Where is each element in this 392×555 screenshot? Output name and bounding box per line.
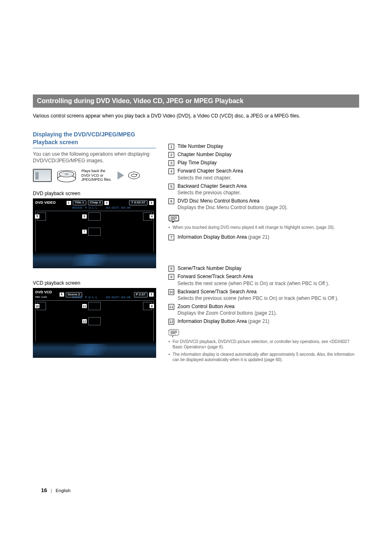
definition-item: 10Backward Scene/Track Search AreaSelect…	[168, 288, 359, 302]
dvd-definitions-tail: 7Information Display Button Area (page 2…	[168, 234, 359, 240]
definition-body: Play Time Display	[178, 159, 359, 166]
definition-number-box: 2	[168, 152, 174, 158]
vcd-definitions-list: 8Scene/Track Number Display9Forward Scen…	[168, 265, 359, 325]
definition-number-box: 10	[168, 289, 174, 295]
panel-description: You can use the following operations whe…	[33, 151, 156, 164]
callout-6: 6	[82, 214, 87, 219]
definition-body: Scene/Track Number Display	[178, 265, 359, 272]
note-icon-dashed	[168, 329, 179, 337]
vcd-playback-screen: DVD VCD PBC 1ch0 8 Scene 2 P 2:37 3 MODE…	[33, 288, 156, 358]
definition-number-box: 8	[168, 266, 174, 272]
definition-body: DVD Disc Menu Control Buttons AreaDispla…	[178, 198, 359, 211]
definition-item: 1Title Number Display	[168, 143, 359, 150]
definition-title: Information Display Button Area	[178, 318, 247, 324]
dvd-info-area[interactable]	[88, 228, 101, 236]
definition-title: Scene/Track Number Display	[178, 265, 242, 271]
callout-5: 5	[35, 214, 39, 219]
definition-title: DVD Disc Menu Control Buttons Area	[178, 198, 259, 204]
definition-subtext: Displays the Zoom Control buttons (page …	[178, 310, 277, 316]
dvd-avout-label: AV-OUT: AV-IN	[106, 206, 131, 210]
definition-body: Forward Scene/Track Search AreaSelects t…	[178, 273, 359, 286]
definition-body: Zoom Control Button AreaDisplays the Zoo…	[178, 303, 359, 316]
definition-body: Title Number Display	[178, 143, 359, 150]
vcd-art-decor	[33, 341, 156, 358]
section-heading-bar: Controlling during DVD Video, Video CD, …	[33, 94, 359, 108]
note-item: When you touched during DVD menu played …	[168, 225, 359, 230]
dvd-note-list: When you touched during DVD menu played …	[168, 225, 359, 230]
dvd-touch-frame[interactable]: 5 6 7 4	[35, 211, 154, 256]
definition-subtext: Selects the next scene (when PBC is On) …	[178, 281, 329, 286]
vcd-info-area[interactable]	[88, 317, 101, 325]
vcd-mode-label: MODE: F U L L	[72, 295, 98, 299]
svg-point-2	[65, 173, 68, 175]
callout-7: 7	[82, 230, 87, 234]
definition-body: Backward Scene/Track Search AreaSelects …	[178, 288, 359, 302]
note-item: For DVD/VCD playback, DVD/VCD picture se…	[168, 339, 359, 350]
definition-title: Title Number Display	[178, 143, 223, 149]
media-flow-row: Plays back the DVD/ VCD or JPEG/MPEG fil…	[33, 168, 156, 183]
definition-number-box: 11	[168, 304, 174, 310]
definition-item: 6DVD Disc Menu Control Buttons AreaDispl…	[168, 198, 359, 211]
definition-number-box: 9	[168, 274, 174, 280]
definition-number-box: 6	[168, 198, 174, 204]
definition-subtext: Displays the Disc Menu Control buttons (…	[178, 205, 288, 210]
definition-title: Zoom Control Button Area	[178, 304, 235, 309]
callout-11: 11	[82, 304, 87, 308]
vcd-sub-label: PBC 1ch0	[35, 296, 47, 298]
definition-tail: (page 21)	[247, 234, 270, 240]
definition-body: Information Display Button Area (page 21…	[178, 318, 359, 325]
dvd-art-decor	[33, 252, 156, 268]
dvd-title-pill: Title 1	[73, 200, 86, 205]
definition-title: Play Time Display	[178, 160, 217, 166]
vcd-avout-label: AV-OUT: AV-IN	[106, 295, 131, 299]
note-icon	[168, 215, 179, 223]
dvd-chapter-pill: Chap 3	[88, 200, 103, 205]
vcd-zoom-area[interactable]	[88, 302, 101, 310]
dvd-playback-screen: DVD VIDEO 1 Title 1 Chap 3 2 T 0:02:37 3…	[33, 198, 156, 268]
callout-9: 9	[150, 304, 154, 308]
note-item: The information display is cleared autom…	[168, 352, 359, 363]
callout-10: 10	[35, 304, 39, 308]
disc-spin-icon	[128, 172, 140, 179]
definition-item: 8Scene/Track Number Display	[168, 265, 359, 272]
definition-body: Chapter Number Display	[178, 151, 359, 158]
intro-text: Various control screens appear when you …	[33, 113, 359, 119]
definition-title: Backward Chapter Search Area	[178, 183, 247, 189]
definition-item: 2Chapter Number Display	[168, 151, 359, 158]
page-number: 16	[41, 487, 47, 493]
definition-item: 5Backward Chapter Search AreaSelects the…	[168, 183, 359, 196]
definition-number-box: 5	[168, 184, 174, 189]
disc-tray-icon	[56, 168, 77, 183]
definition-item: 12Information Display Button Area (page …	[168, 318, 359, 325]
definition-tail: (page 21)	[247, 318, 270, 324]
vcd-screen-label: VCD playback screen	[33, 280, 156, 286]
definition-item: 11Zoom Control Button AreaDisplays the Z…	[168, 303, 359, 316]
callout-8: 8	[60, 292, 64, 297]
definition-title: Information Display Button Area	[178, 234, 247, 240]
monitor-icon	[33, 169, 52, 182]
definition-subtext: Selects the previous chapter.	[178, 190, 241, 196]
dvd-source-label: DVD VIDEO	[35, 200, 56, 205]
media-caption: Plays back the DVD/ VCD or JPEG/MPEG fil…	[81, 169, 113, 182]
dvd-definitions-list: 1Title Number Display2Chapter Number Dis…	[168, 143, 359, 211]
definition-title: Backward Scene/Track Search Area	[178, 289, 256, 295]
dvd-menu-area[interactable]	[88, 212, 101, 221]
footer-separator: |	[51, 488, 52, 493]
vcd-source-label: DVD VCD	[35, 290, 52, 294]
arrow-right-icon	[118, 171, 124, 180]
definition-number-box: 1	[168, 144, 174, 150]
callout-1: 1	[67, 201, 71, 205]
definition-number-box: 12	[168, 319, 174, 325]
panel-title: Displaying the DVD/VCD/JPEG/MPEG Playbac…	[33, 131, 156, 148]
definition-number-box: 7	[168, 235, 174, 240]
definition-title: Forward Scene/Track Search Area	[178, 274, 253, 279]
vcd-note-list: For DVD/VCD playback, DVD/VCD picture se…	[168, 339, 359, 363]
definition-item: 7Information Display Button Area (page 2…	[168, 234, 359, 240]
vcd-touch-frame[interactable]: 10 11 12 9	[35, 300, 154, 345]
dvd-time-pill: T 0:02:37	[129, 200, 148, 205]
definition-number-box: 3	[168, 160, 174, 166]
definition-body: Backward Chapter Search AreaSelects the …	[178, 183, 359, 196]
definition-item: 4Forward Chapter Search AreaSelects the …	[168, 168, 359, 181]
page-footer: 16 | English	[41, 487, 71, 494]
callout-2: 2	[104, 201, 109, 205]
